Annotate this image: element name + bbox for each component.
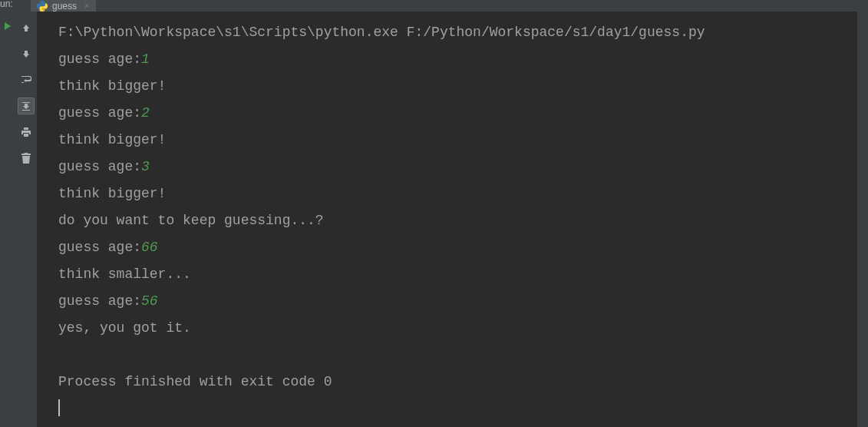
blank-line: [58, 342, 857, 369]
scrollbar-track[interactable]: [857, 12, 868, 427]
console-output[interactable]: F:\Python\Workspace\s1\Scripts\python.ex…: [37, 12, 857, 427]
tab-close-button[interactable]: ×: [84, 2, 90, 11]
output-line: yes, you got it.: [58, 315, 857, 342]
exit-code-line: Process finished with exit code 0: [58, 369, 857, 396]
down-arrow-button[interactable]: [18, 45, 35, 62]
tab-label: guess: [52, 1, 77, 12]
main-area: F:\Python\Workspace\s1\Scripts\python.ex…: [0, 12, 868, 427]
output-line: think bigger!: [58, 180, 857, 207]
run-toolbar: [15, 12, 37, 427]
up-arrow-button[interactable]: [18, 19, 35, 36]
scroll-to-end-button[interactable]: [18, 98, 35, 114]
print-button[interactable]: [18, 124, 35, 141]
python-file-icon: [37, 1, 48, 12]
output-line: guess age:2: [58, 100, 857, 127]
output-line: think smaller...: [58, 261, 857, 288]
trash-button[interactable]: [18, 150, 35, 167]
output-line: guess age:1: [58, 46, 857, 73]
soft-wrap-button[interactable]: [18, 71, 35, 88]
left-gutter: [0, 12, 15, 427]
output-line: guess age:66: [58, 234, 857, 261]
output-line: think bigger!: [58, 127, 857, 154]
output-line: guess age:56: [58, 288, 857, 315]
output-line: do you want to keep guessing...?: [58, 207, 857, 234]
tab-bar: un: guess ×: [0, 0, 868, 12]
command-line: F:\Python\Workspace\s1\Scripts\python.ex…: [58, 19, 857, 46]
caret-line: [58, 396, 857, 422]
output-line: think bigger!: [58, 73, 857, 100]
rerun-button[interactable]: [0, 18, 16, 35]
input-caret: [58, 399, 60, 416]
output-line: guess age:3: [58, 154, 857, 180]
run-tab-guess[interactable]: guess ×: [31, 0, 96, 12]
run-tool-label: un:: [0, 0, 13, 9]
